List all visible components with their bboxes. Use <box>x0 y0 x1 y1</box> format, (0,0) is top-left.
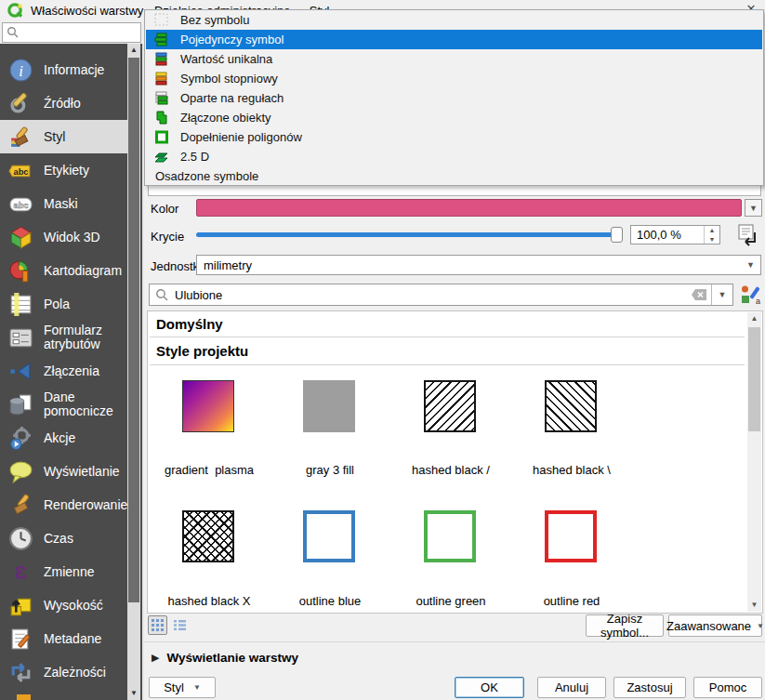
symbol-label: outline blue <box>269 594 391 608</box>
sidebar-item-wyswietlanie[interactable]: Wyświetlanie <box>0 455 129 488</box>
scroll-down-icon[interactable]: ▼ <box>747 599 761 612</box>
data-defined-override-button[interactable] <box>734 223 760 246</box>
sidebar-item-informacje[interactable]: i Informacje <box>0 53 129 86</box>
symbol-preview-outline-red[interactable] <box>545 510 597 562</box>
sidebar-item-label: Wysokość <box>44 599 103 613</box>
symbol-preview-hashed-black-fwd[interactable] <box>424 380 476 432</box>
sidebar-item-formularz-atrybutow[interactable]: Formularz atrybutów <box>0 321 129 354</box>
sidebar-item-label: Wyświetlanie <box>44 465 120 479</box>
sidebar-item-zlaczenia[interactable]: Złączenia <box>0 354 129 388</box>
chevron-down-icon: ▼ <box>719 290 727 299</box>
icon-view-toggle[interactable] <box>148 615 167 635</box>
symbol-search-input[interactable]: Ulubione ▼ <box>149 284 733 306</box>
opacity-spinbox[interactable]: 100,0 % ▲▼ <box>630 225 720 244</box>
no-symbols-icon <box>154 13 169 27</box>
spinbox-arrows[interactable]: ▲▼ <box>704 226 719 244</box>
sidebar-item-kartodiagram[interactable]: Kartodiagram <box>0 254 129 287</box>
sidebar-item-zaleznosci[interactable]: Zależności <box>0 655 129 689</box>
scroll-up-icon[interactable]: ▲ <box>747 312 761 325</box>
opacity-slider-track[interactable] <box>196 232 622 237</box>
sidebar-item-etykiety[interactable]: abc Etykiety <box>0 153 129 187</box>
sidebar-item-label: Pola <box>44 297 70 311</box>
sidebar-item-renderowanie[interactable]: Renderowanie <box>0 488 129 522</box>
menu-item-zlaczone-obiekty[interactable]: Złączone obiekty <box>146 108 762 127</box>
menu-item-symbol-stopniowy[interactable]: Symbol stopniowy <box>146 69 762 88</box>
menu-item-wartosc-unikalna[interactable]: Wartość unikalna <box>146 49 762 69</box>
symbol-preview-outline-blue[interactable] <box>303 510 355 562</box>
svg-text:abc: abc <box>13 200 28 209</box>
list-view-toggle[interactable] <box>170 615 190 635</box>
sidebar-item-label: Złączenia <box>44 364 99 378</box>
scrollbar-thumb[interactable] <box>748 327 760 431</box>
symbol-preview-outline-green[interactable] <box>424 510 476 562</box>
style-brush-icon <box>8 125 33 150</box>
opacity-slider-handle[interactable] <box>611 227 623 243</box>
sidebar-item-zrodlo[interactable]: Źródło <box>0 86 129 120</box>
help-button[interactable]: Pomoc <box>693 677 762 698</box>
color-label: Kolor <box>151 202 178 216</box>
unit-combobox[interactable]: milimetry ▼ <box>196 255 761 275</box>
chevron-down-icon: ▼ <box>757 622 764 630</box>
search-filter-dropdown[interactable]: ▼ <box>711 284 732 305</box>
save-symbol-button[interactable]: Zapisz symbol... <box>586 614 664 637</box>
apply-button[interactable]: Zastosuj <box>613 677 686 698</box>
sidebar-item-metadane[interactable]: Metadane <box>0 622 129 655</box>
variables-icon: Ɛ <box>8 560 33 585</box>
scrollbar-thumb[interactable] <box>128 58 139 602</box>
spin-down-icon[interactable]: ▼ <box>705 235 719 244</box>
view-3d-icon <box>8 225 33 250</box>
sidebar-search-input[interactable] <box>2 22 141 43</box>
sidebar-item-maski[interactable]: abc Maski <box>0 187 129 220</box>
advanced-button[interactable]: Zaawansowane ▼ <box>668 614 762 637</box>
fill-color-swatch[interactable] <box>196 199 742 217</box>
symbol-preview-hashed-black-x[interactable] <box>182 510 234 562</box>
symbol-style-list: Domyślny Style projektu gradient plasma … <box>147 310 763 614</box>
menu-item-oparte-na-regulach[interactable]: Oparte na regułach <box>146 88 762 108</box>
cancel-button[interactable]: Anuluj <box>537 677 606 698</box>
rendering-icon <box>8 493 33 518</box>
symbol-preview-gradient-plasma[interactable] <box>182 380 234 432</box>
sidebar-item-label: Akcje <box>44 431 75 445</box>
search-icon <box>155 288 168 301</box>
elevation-icon <box>8 593 33 618</box>
clear-search-icon[interactable] <box>691 288 707 301</box>
sidebar-item-czas[interactable]: Czas <box>0 522 129 555</box>
layer-rendering-expander[interactable]: ▶ Wyświetlanie warstwy <box>152 651 298 665</box>
symbol-preview-hashed-black-back[interactable] <box>545 380 597 432</box>
ok-button[interactable]: OK <box>455 677 524 698</box>
sidebar-item-styl[interactable]: Styl <box>0 120 129 153</box>
sidebar-item-akcje[interactable]: Akcje <box>0 421 129 455</box>
advanced-label: Zaawansowane <box>666 619 751 633</box>
symbol-preview-gray-3-fill[interactable] <box>303 380 355 432</box>
menu-item-osadzone-symbole[interactable]: Osadzone symbole <box>146 166 762 186</box>
color-dropdown-button[interactable]: ▼ <box>745 199 762 217</box>
symbol-label: gradient plasma <box>148 463 270 477</box>
menu-item-pojedynczy-symbol[interactable]: Pojedynczy symbol <box>146 30 762 49</box>
sidebar-item-label: Zmienne <box>44 565 94 579</box>
sidebar-scrollbar[interactable]: ▲ ▼ <box>127 44 140 700</box>
style-menu-button[interactable]: Styl ▼ <box>149 677 216 698</box>
menu-item-25d[interactable]: 2.5 D <box>146 147 762 166</box>
masks-icon: abc <box>8 192 33 217</box>
merged-features-icon <box>154 111 169 125</box>
sidebar-item-label: Styl <box>44 130 65 144</box>
sidebar-item-label: Dane pomocnicze <box>44 390 129 418</box>
search-icon <box>7 26 19 38</box>
svg-text:abc: abc <box>13 166 28 176</box>
spin-up-icon[interactable]: ▲ <box>705 226 719 235</box>
menu-item-label: Złączone obiekty <box>180 111 271 125</box>
sidebar-item-widok-3d[interactable]: Widok 3D <box>0 220 129 254</box>
scroll-up-icon[interactable]: ▲ <box>127 44 140 57</box>
sidebar-item-zmienne[interactable]: Ɛ Zmienne <box>0 555 129 588</box>
sidebar-item-wysokosc[interactable]: Wysokość <box>0 588 129 622</box>
sidebar-item-dane-pomocnicze[interactable]: Dane pomocnicze <box>0 388 129 421</box>
temporal-icon <box>8 526 33 551</box>
menu-item-dopelnienie-poligonow[interactable]: Dopełnienie poligonów <box>146 127 762 147</box>
style-list-scrollbar[interactable]: ▲ ▼ <box>747 312 761 612</box>
rule-based-icon <box>154 91 169 105</box>
scroll-down-icon[interactable]: ▼ <box>127 687 140 700</box>
menu-item-bez-symbolu[interactable]: Bez symbolu <box>146 10 762 30</box>
chevron-down-icon: ▼ <box>193 683 201 692</box>
sidebar-item-pola[interactable]: Pola <box>0 287 129 321</box>
style-manager-button[interactable]: a <box>740 284 761 306</box>
